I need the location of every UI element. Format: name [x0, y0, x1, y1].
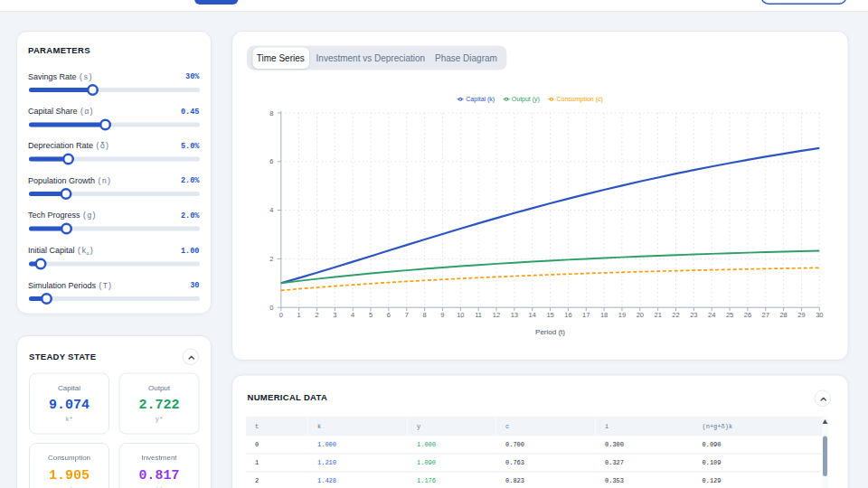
svg-text:18: 18	[600, 311, 608, 319]
svg-text:29: 29	[797, 311, 805, 319]
svg-text:4: 4	[269, 206, 273, 214]
svg-text:23: 23	[690, 311, 697, 319]
svg-text:8: 8	[269, 109, 273, 117]
svg-text:1: 1	[297, 311, 301, 319]
svg-text:26: 26	[744, 311, 751, 319]
svg-text:15: 15	[546, 311, 553, 319]
svg-text:17: 17	[582, 311, 590, 319]
svg-text:8: 8	[423, 311, 427, 319]
svg-text:11: 11	[475, 311, 482, 319]
svg-text:2: 2	[269, 255, 273, 263]
svg-text:21: 21	[654, 311, 661, 319]
svg-text:Output (y): Output (y)	[512, 96, 540, 103]
svg-text:14: 14	[529, 311, 536, 319]
svg-text:12: 12	[493, 311, 500, 319]
svg-text:Capital (k): Capital (k)	[466, 96, 495, 103]
svg-text:Period (t): Period (t)	[535, 328, 565, 336]
svg-text:3: 3	[333, 311, 336, 319]
svg-text:22: 22	[672, 311, 679, 319]
svg-text:13: 13	[511, 311, 518, 319]
svg-text:0: 0	[269, 304, 273, 312]
svg-text:7: 7	[405, 311, 409, 319]
svg-text:4: 4	[351, 311, 354, 319]
svg-text:6: 6	[387, 311, 391, 319]
svg-text:Consumption (c): Consumption (c)	[557, 96, 603, 103]
svg-text:24: 24	[708, 311, 715, 319]
svg-text:19: 19	[618, 311, 626, 319]
svg-text:28: 28	[779, 311, 787, 319]
svg-text:20: 20	[637, 311, 644, 319]
svg-text:2: 2	[315, 311, 318, 319]
svg-text:30: 30	[816, 311, 823, 319]
svg-text:27: 27	[762, 311, 769, 319]
svg-text:6: 6	[269, 157, 273, 165]
svg-text:10: 10	[457, 311, 464, 319]
svg-text:25: 25	[726, 311, 733, 319]
svg-text:16: 16	[564, 311, 571, 319]
svg-text:9: 9	[440, 311, 444, 319]
svg-text:0: 0	[279, 311, 283, 319]
svg-text:5: 5	[369, 311, 373, 319]
